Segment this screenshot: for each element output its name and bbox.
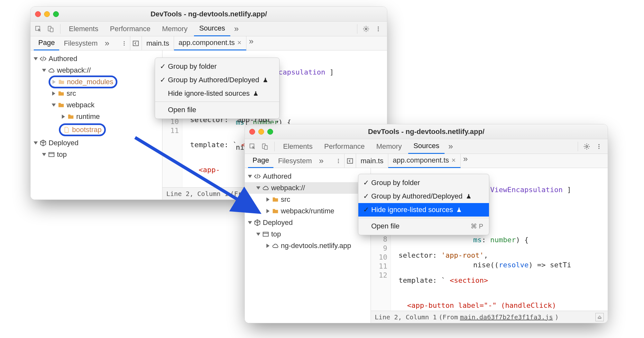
context-menu: ✓Group by folder ✓Group by Authored/Depl… bbox=[358, 174, 489, 235]
menu-shortcut: ⌘ P bbox=[471, 222, 483, 230]
menu-group-authored-deployed[interactable]: ✓Group by Authored/Deployed bbox=[155, 73, 279, 87]
tree-src[interactable]: src bbox=[245, 194, 371, 205]
tree-runtime-label: runtime bbox=[76, 112, 100, 121]
tree-webpack-scheme[interactable]: webpack:// bbox=[245, 182, 371, 194]
inspect-icon[interactable] bbox=[34, 23, 45, 34]
tree-runtime[interactable]: runtime bbox=[31, 111, 162, 122]
tree-top-label: top bbox=[57, 150, 67, 159]
tab-elements[interactable]: Elements bbox=[64, 22, 104, 36]
nav-history-icon[interactable] bbox=[130, 36, 142, 50]
navigator-tab-page[interactable]: Page bbox=[34, 36, 59, 50]
file-tab-appcomponent[interactable]: app.component.ts × bbox=[388, 154, 461, 168]
status-bar: Line 2, Column 1 (From main.da63f7b2fe3f… bbox=[371, 311, 608, 323]
flask-icon bbox=[262, 77, 268, 83]
tree-src-label: src bbox=[67, 89, 76, 98]
tab-performance[interactable]: Performance bbox=[105, 22, 156, 36]
navigator-menu-icon[interactable] bbox=[118, 36, 130, 50]
filetab-overflow-icon[interactable]: » bbox=[461, 154, 470, 168]
settings-gear-icon[interactable] bbox=[581, 141, 592, 152]
tree-webpack-folder[interactable]: webpack bbox=[31, 99, 162, 111]
menu-open-file[interactable]: Open file ⌘ P bbox=[358, 219, 489, 233]
tree-authored-label: Authored bbox=[49, 55, 77, 63]
tab-memory[interactable]: Memory bbox=[371, 139, 407, 154]
tab-elements[interactable]: Elements bbox=[278, 139, 318, 154]
window-title: DevTools - ng-devtools.netlify.app/ bbox=[31, 10, 387, 18]
traffic-zoom-icon[interactable] bbox=[267, 129, 273, 135]
settings-gear-icon[interactable] bbox=[361, 23, 372, 34]
more-tabs-icon[interactable]: » bbox=[232, 24, 241, 34]
titlebar: DevTools - ng-devtools.netlify.app/ bbox=[31, 7, 387, 22]
file-tab-appcomponent[interactable]: app.component.ts × bbox=[174, 36, 246, 50]
menu-group-by-folder[interactable]: ✓Group by folder bbox=[358, 176, 489, 190]
show-drawer-icon[interactable] bbox=[595, 313, 604, 321]
tree-bootstrap-label: bootstrap bbox=[72, 126, 102, 134]
tree-node-modules-label: node_modules bbox=[67, 78, 113, 86]
navigator-more-icon[interactable]: » bbox=[102, 38, 112, 48]
tab-memory[interactable]: Memory bbox=[157, 22, 193, 36]
menu-group-authored-deployed[interactable]: ✓Group by Authored/Deployed bbox=[358, 190, 489, 203]
navigator-tab-page[interactable]: Page bbox=[248, 154, 273, 168]
tree-authored[interactable]: Authored bbox=[245, 171, 371, 182]
navigator-more-icon[interactable]: » bbox=[317, 156, 326, 166]
flask-icon bbox=[466, 193, 472, 199]
tab-performance[interactable]: Performance bbox=[319, 139, 370, 154]
tab-sources[interactable]: Sources bbox=[194, 22, 230, 36]
tree-deployed-label: Deployed bbox=[49, 139, 78, 147]
tree-deployed[interactable]: Deployed bbox=[31, 137, 162, 149]
nav-history-icon[interactable] bbox=[345, 154, 356, 168]
menu-hide-ignore-listed[interactable]: Hide ignore-listed sources bbox=[155, 87, 279, 100]
tab-sources[interactable]: Sources bbox=[408, 139, 445, 154]
tree-authored[interactable]: Authored bbox=[31, 53, 162, 65]
menu-item-label: Open file bbox=[168, 106, 196, 114]
tree-top[interactable]: top bbox=[245, 228, 371, 240]
navigator-tab-filesystem[interactable]: Filesystem bbox=[273, 154, 316, 168]
tree-node-modules[interactable]: node_modules bbox=[31, 76, 162, 88]
tree-bootstrap[interactable]: bootstrap bbox=[31, 122, 162, 137]
tree-domain[interactable]: ng-devtools.netlify.app bbox=[245, 240, 371, 252]
device-toggle-icon[interactable] bbox=[46, 23, 57, 34]
close-tab-icon[interactable]: × bbox=[452, 156, 456, 165]
file-tab-main[interactable]: main.ts bbox=[142, 36, 174, 50]
menu-group-by-folder[interactable]: ✓Group by folder bbox=[155, 60, 279, 73]
navigator-tab-filesystem[interactable]: Filesystem bbox=[59, 36, 102, 50]
window-title: DevTools - ng-devtools.netlify.app/ bbox=[245, 128, 608, 136]
file-tab-main-label: main.ts bbox=[146, 39, 169, 48]
tree-webpack-scheme[interactable]: webpack:// bbox=[31, 65, 162, 76]
tree-webpack-folder-label: webpack bbox=[67, 101, 95, 109]
menu-item-label: Group by folder bbox=[168, 62, 217, 71]
flask-icon bbox=[456, 207, 462, 213]
context-menu: ✓Group by folder ✓Group by Authored/Depl… bbox=[155, 58, 280, 119]
tree-top[interactable]: top bbox=[31, 149, 162, 160]
more-tabs-icon[interactable]: » bbox=[446, 141, 455, 151]
traffic-minimize-icon[interactable] bbox=[44, 11, 50, 17]
titlebar: DevTools - ng-devtools.netlify.app/ bbox=[245, 124, 608, 139]
inspect-icon[interactable] bbox=[248, 141, 259, 152]
menu-open-file[interactable]: Open file bbox=[155, 103, 279, 117]
device-toggle-icon[interactable] bbox=[260, 141, 271, 152]
menu-item-label: Hide ignore-listed sources bbox=[168, 89, 250, 98]
file-tab-appcomponent-label: app.component.ts bbox=[179, 39, 235, 47]
gutter-line: 11 bbox=[162, 126, 179, 135]
tree-webpack-label: webpack:// bbox=[57, 66, 91, 75]
sourcemap-link[interactable]: main.da63f7b2fe3f1fa3.js bbox=[460, 313, 553, 321]
tree-deployed[interactable]: Deployed bbox=[245, 217, 371, 228]
main-menu-icon[interactable] bbox=[593, 141, 604, 152]
traffic-close-icon[interactable] bbox=[249, 129, 255, 135]
navigator-menu-icon[interactable] bbox=[333, 154, 344, 168]
traffic-zoom-icon[interactable] bbox=[53, 11, 59, 17]
close-tab-icon[interactable]: × bbox=[237, 39, 242, 47]
menu-item-label: Group by Authored/Deployed bbox=[168, 76, 259, 84]
filetab-overflow-icon[interactable]: » bbox=[246, 36, 256, 50]
main-menu-icon[interactable] bbox=[373, 23, 384, 34]
tree-src[interactable]: src bbox=[31, 88, 162, 99]
flask-icon bbox=[253, 91, 259, 96]
menu-hide-ignore-listed[interactable]: ✓Hide ignore-listed sources bbox=[358, 203, 489, 217]
traffic-minimize-icon[interactable] bbox=[258, 129, 264, 135]
file-tab-main[interactable]: main.ts bbox=[356, 154, 388, 168]
tree-webpack-runtime[interactable]: webpack/runtime bbox=[245, 205, 371, 217]
traffic-close-icon[interactable] bbox=[35, 11, 41, 17]
